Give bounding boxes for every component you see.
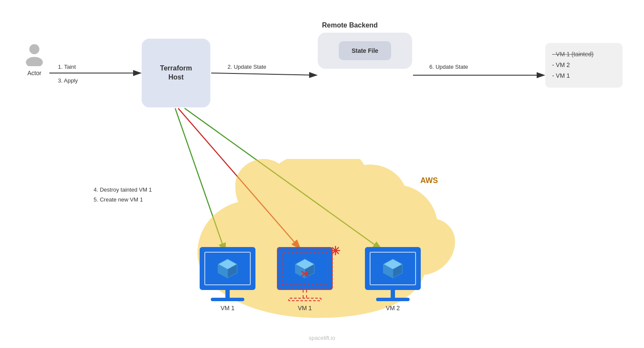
vm1-destroy-container: ✳ VM 1 — [277, 247, 333, 311]
state-vm1: - VM 1 — [552, 70, 616, 81]
vm1-new-label: VM 1 — [221, 305, 235, 311]
vm1-destroy-frame — [282, 252, 328, 285]
vm1-destroy-screen: ✳ — [277, 247, 333, 290]
vm1-new-container: VM 1 — [200, 247, 255, 311]
svg-point-10 — [29, 44, 39, 54]
terraform-host-box: TerraformHost — [142, 39, 210, 107]
vm2-container: VM 2 — [365, 247, 421, 311]
actor: Actor — [17, 43, 52, 76]
state-file-box: State File — [339, 41, 391, 60]
state-list-box: - VM 1 (tainted) - VM 2 - VM 1 — [545, 43, 623, 88]
step4-label: 4. Destroy tainted VM 1 — [94, 185, 152, 195]
vm2-screen — [365, 247, 421, 290]
diagram: Actor 1. Taint 3. Apply 2. Update State … — [0, 0, 644, 348]
state-vm2: - VM 2 — [552, 60, 616, 70]
state-vm1-tainted: - VM 1 (tainted) — [552, 49, 616, 60]
step6-label: 6. Update State — [429, 64, 468, 70]
svg-line-5 — [211, 73, 317, 75]
actor-icon — [23, 43, 46, 66]
step1-taint-label: 1. Taint — [58, 64, 76, 70]
step3-apply-label: 3. Apply — [58, 77, 78, 84]
terraform-host-label: TerraformHost — [160, 64, 192, 82]
vm2-base — [376, 298, 410, 301]
actor-label: Actor — [27, 70, 42, 76]
vm1-destroy-stand — [303, 290, 307, 298]
svg-point-11 — [26, 57, 43, 66]
step45-labels: 4. Destroy tainted VM 1 5. Create new VM… — [94, 185, 152, 205]
vm1-new-stand — [225, 290, 230, 298]
step2-label: 2. Update State — [228, 64, 266, 70]
vm2-frame — [370, 252, 416, 285]
vm1-destroy-base — [288, 298, 322, 301]
vm2-stand — [391, 290, 395, 298]
remote-backend-box: State File — [318, 33, 412, 69]
step5-label: 5. Create new VM 1 — [94, 195, 152, 205]
remote-backend-container: Remote Backend State File — [318, 21, 412, 69]
vm1-new-screen — [200, 247, 255, 290]
watermark: spacelift.io — [309, 335, 335, 341]
vm1-new-base — [211, 298, 244, 301]
remote-backend-label: Remote Backend — [318, 21, 412, 29]
vm1-destroy-label: VM 1 — [298, 305, 312, 311]
destroy-asterisk: ✳ — [330, 244, 340, 258]
aws-label: AWS — [420, 176, 438, 185]
vm2-label: VM 2 — [386, 305, 400, 311]
vm1-new-frame — [204, 252, 251, 285]
